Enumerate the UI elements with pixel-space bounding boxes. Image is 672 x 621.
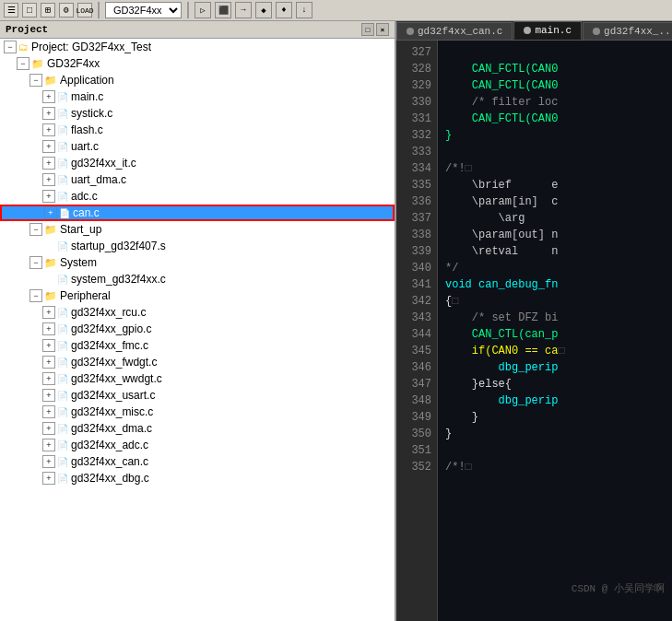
tree-file-dbg[interactable]: + 📄 gd32f4xx_dbg.c	[0, 470, 395, 486]
tree-file-padc[interactable]: + 📄 gd32f4xx_adc.c	[0, 437, 395, 453]
file-adc-label: adc.c	[71, 190, 98, 203]
debug-icon[interactable]: ⬛	[215, 2, 231, 18]
load-icon[interactable]: LOAD	[77, 3, 92, 18]
tree-startup-folder[interactable]: − 📁 Start_up	[0, 221, 395, 238]
code-line-333: /*!□	[445, 162, 472, 175]
tree-file-uart[interactable]: + 📄 uart.c	[0, 138, 395, 155]
code-area: 327 328 329 330 331 332 333 334 335 336 …	[396, 41, 672, 621]
file-icon-fwdgt: 📄	[57, 357, 68, 368]
tree-root-project[interactable]: − 🗂 Project: GD32F4xx_Test	[0, 39, 395, 55]
file-icon-dma: 📄	[57, 424, 68, 434]
startup-label: Start_up	[60, 223, 101, 236]
tree-file-usart[interactable]: + 📄 gd32f4xx_usart.c	[0, 387, 395, 404]
tree-file-adc[interactable]: + 📄 adc.c	[0, 188, 395, 205]
file-icon-can: 📄	[59, 208, 70, 218]
editor-area: gd32f4xx_can.c main.c gd32f4xx_... 327 3…	[396, 21, 672, 621]
tree-peripheral-folder[interactable]: − 📁 Peripheral	[0, 287, 395, 304]
code-line-329: /* filter loc	[445, 96, 558, 109]
expand-gd32it[interactable]: +	[42, 157, 55, 170]
file-dma-label: gd32f4xx_dma.c	[71, 422, 152, 435]
tabs-bar: gd32f4xx_can.c main.c gd32f4xx_...	[396, 21, 672, 41]
tab-gd32extra[interactable]: gd32f4xx_...	[583, 22, 672, 40]
tree-file-systick[interactable]: + 📄 systick.c	[0, 105, 395, 122]
expand-system[interactable]: −	[29, 256, 42, 269]
expand-peripheral[interactable]: −	[29, 289, 42, 302]
peripheral-folder-icon: 📁	[44, 290, 57, 302]
system-folder-icon: 📁	[44, 257, 57, 269]
file-icon-main: 📄	[57, 92, 68, 102]
code-content[interactable]: CAN_FCTL(CAN0 CAN_FCTL(CAN0 /* filter lo…	[438, 41, 672, 621]
tree-application-folder[interactable]: − 📁 Application	[0, 72, 395, 88]
tree-file-gd32it[interactable]: + 📄 gd32f4xx_it.c	[0, 155, 395, 171]
tree-gd32f4xx[interactable]: − 📁 GD32F4xx	[0, 55, 395, 72]
expand-fwdgt[interactable]: +	[42, 356, 55, 369]
expand-project[interactable]: −	[4, 41, 17, 53]
run-icon[interactable]: ▷	[195, 2, 211, 18]
toolbar: ☰ □ ⊞ ⚙ LOAD GD32F4xx ▷ ⬛ → ◆ ♦ ↓	[0, 0, 672, 21]
build-icon[interactable]: ◆	[255, 2, 272, 18]
tab-gd32can[interactable]: gd32f4xx_can.c	[396, 22, 513, 40]
code-line-330: CAN_FCTL(CAN0	[445, 112, 558, 125]
expand-gpio[interactable]: +	[42, 322, 55, 335]
expand-dbg[interactable]: +	[42, 472, 55, 485]
panel-close-btn[interactable]: ×	[376, 23, 389, 36]
download-icon[interactable]: ↓	[296, 2, 312, 18]
expand-usart[interactable]: +	[42, 389, 55, 402]
expand-misc[interactable]: +	[42, 405, 55, 418]
tree-file-dma[interactable]: + 📄 gd32f4xx_dma.c	[0, 420, 395, 437]
expand-main[interactable]: +	[42, 90, 55, 103]
tree-file-rcu[interactable]: + 📄 gd32f4xx_rcu.c	[0, 304, 395, 321]
tab-label-gd32can: gd32f4xx_can.c	[418, 26, 502, 37]
rebuild-icon[interactable]: ♦	[276, 2, 292, 18]
file-icon-startup: 📄	[57, 241, 68, 252]
tree-file-pcan[interactable]: + 📄 gd32f4xx_can.c	[0, 453, 395, 470]
expand-uart-dma[interactable]: +	[42, 173, 55, 186]
tab-main[interactable]: main.c	[513, 21, 582, 40]
tree-file-fwdgt[interactable]: + 📄 gd32f4xx_fwdgt.c	[0, 354, 395, 370]
step-icon[interactable]: →	[235, 2, 252, 18]
tree-file-can[interactable]: + 📄 can.c	[0, 205, 395, 221]
expand-gd32[interactable]: −	[17, 57, 29, 70]
expand-systick[interactable]: +	[42, 107, 55, 120]
grid-icon[interactable]: ⊞	[41, 3, 55, 18]
code-line-328: CAN_FCTL(CAN0	[445, 79, 558, 92]
file-fmc-label: gd32f4xx_fmc.c	[71, 339, 148, 352]
expand-startup[interactable]: −	[29, 223, 42, 236]
expand-wwdgt[interactable]: +	[42, 372, 55, 385]
expand-rcu[interactable]: +	[42, 306, 55, 319]
code-line-336: \arg	[445, 212, 525, 225]
new-icon[interactable]: □	[22, 3, 37, 18]
tree-file-fmc[interactable]: + 📄 gd32f4xx_fmc.c	[0, 337, 395, 354]
expand-uart[interactable]: +	[42, 140, 55, 153]
expand-dma[interactable]: +	[42, 422, 55, 435]
panel-header-icons: □ ×	[361, 23, 389, 36]
file-gd32it-label: gd32f4xx_it.c	[71, 157, 136, 170]
peripheral-label: Peripheral	[60, 289, 111, 302]
menu-icon[interactable]: ☰	[4, 3, 18, 18]
tree-file-flash[interactable]: + 📄 flash.c	[0, 122, 395, 138]
expand-fmc[interactable]: +	[42, 339, 55, 352]
tree-file-system[interactable]: 📄 system_gd32f4xx.c	[0, 271, 395, 287]
gd32-folder-icon: 📁	[31, 58, 44, 70]
tab-dot-gd32can	[407, 28, 414, 35]
expand-adc[interactable]: +	[42, 190, 55, 203]
tree-file-gpio[interactable]: + 📄 gd32f4xx_gpio.c	[0, 321, 395, 337]
panel-float-btn[interactable]: □	[361, 23, 374, 36]
tree-file-startup[interactable]: 📄 startup_gd32f407.s	[0, 238, 395, 254]
tree-file-misc[interactable]: + 📄 gd32f4xx_misc.c	[0, 404, 395, 420]
tree-container[interactable]: − 🗂 Project: GD32F4xx_Test − 📁 GD32F4xx …	[0, 39, 395, 621]
expand-padc[interactable]: +	[42, 439, 55, 451]
tree-system-folder[interactable]: − 📁 System	[0, 254, 395, 271]
tree-file-wwdgt[interactable]: + 📄 gd32f4xx_wwdgt.c	[0, 370, 395, 387]
expand-can[interactable]: +	[44, 206, 57, 219]
expand-application[interactable]: −	[29, 74, 42, 87]
settings-icon[interactable]: ⚙	[59, 3, 74, 18]
code-line-339: */	[445, 262, 458, 275]
tree-file-main[interactable]: + 📄 main.c	[0, 88, 395, 105]
expand-flash[interactable]: +	[42, 123, 55, 136]
tree-file-uart-dma[interactable]: + 📄 uart_dma.c	[0, 171, 395, 188]
expand-pcan[interactable]: +	[42, 455, 55, 468]
file-icon-dbg: 📄	[57, 474, 68, 484]
project-dropdown[interactable]: GD32F4xx	[105, 2, 182, 18]
file-icon-uart-dma: 📄	[57, 175, 68, 185]
